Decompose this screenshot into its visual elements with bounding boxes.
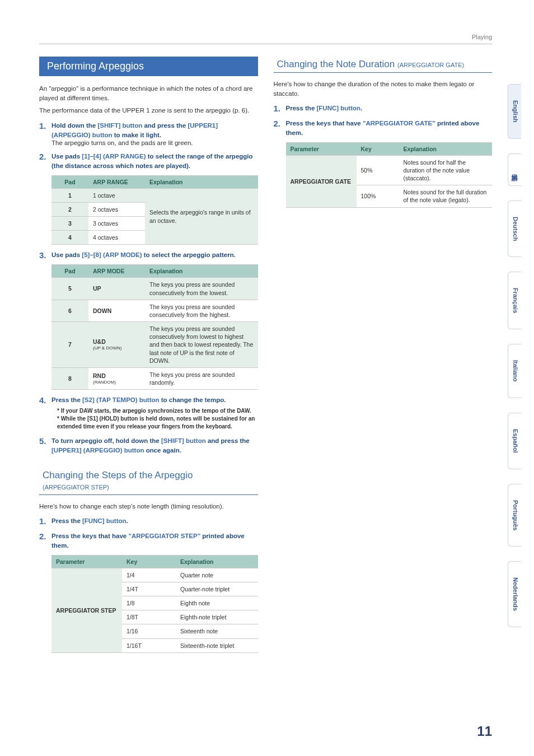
- step-2: 2 Press the keys that have "ARPEGGIATOR …: [39, 531, 258, 550]
- section-heading-arpeggios: Performing Arpeggios: [39, 57, 258, 76]
- step-5: 5 To turn arpeggio off, hold down the [S…: [39, 436, 258, 455]
- step-number: 3: [39, 250, 47, 260]
- right-column: Changing the Note Duration (ARPEGGIATOR …: [274, 57, 493, 657]
- lang-tab-deutsch[interactable]: Deutsch: [508, 200, 521, 257]
- step-1: 1 Press the [FUNC] button.: [274, 104, 493, 113]
- step-number: 2: [274, 119, 282, 137]
- body-text: Here's how to change the duration of the…: [274, 80, 493, 98]
- left-column: Performing Arpeggios An "arpeggio" is a …: [39, 57, 258, 657]
- body-text: Here's how to change each step's note le…: [39, 502, 258, 511]
- step-4: 4 Press the [S2] (TAP TEMPO) button to c…: [39, 395, 258, 405]
- step-2: 2 Press the keys that have "ARPEGGIATOR …: [274, 119, 493, 137]
- body-text: An "arpeggio" is a performance technique…: [39, 84, 258, 102]
- step-subtext: The arpeggio turns on, and the pads are …: [51, 139, 258, 146]
- arp-gate-table: Parameter Key Explanation ARPEGGIATOR GA…: [286, 142, 493, 208]
- step-number: 1: [39, 516, 47, 526]
- step-number: 2: [39, 531, 47, 550]
- footnote: If your DAW starts, the arpeggio synchro…: [57, 407, 258, 415]
- arp-range-table: Pad ARP RANGE Explanation 11 octaveSelec…: [51, 175, 258, 245]
- step-number: 1: [39, 121, 47, 146]
- lang-tab-espanol[interactable]: Español: [508, 413, 521, 469]
- lang-tab-italiano[interactable]: Italiano: [508, 344, 521, 398]
- page-number: 11: [477, 724, 492, 739]
- lang-tab-japanese[interactable]: 日本語: [508, 153, 521, 186]
- arp-mode-table: Pad ARP MODE Explanation 5UPThe keys you…: [51, 264, 258, 390]
- arp-step-table: Parameter Key Explanation ARPEGGIATOR ST…: [51, 555, 258, 653]
- step-2: 2 Use pads [1]–[4] (ARP RANGE) to select…: [39, 152, 258, 170]
- subsection-arp-gate: Changing the Note Duration (ARPEGGIATOR …: [274, 57, 493, 73]
- footnote: While the [S1] (HOLD) button is held dow…: [57, 415, 258, 431]
- lang-tab-english[interactable]: English: [508, 84, 521, 139]
- lang-tab-nederlands[interactable]: Nederlands: [508, 561, 521, 627]
- step-number: 5: [39, 436, 47, 455]
- step-1: 1 Hold down the [SHIFT] button and press…: [39, 121, 258, 146]
- lang-tab-francais[interactable]: Français: [508, 272, 521, 329]
- body-text: The performance data of the UPPER 1 zone…: [39, 106, 258, 115]
- step-1: 1 Press the [FUNC] button.: [39, 516, 258, 526]
- step-number: 1: [274, 104, 282, 113]
- language-tabs: English 日本語 Deutsch Français Italiano Es…: [508, 84, 521, 627]
- subsection-arp-step: Changing the Steps of the Arpeggio (ARPE…: [39, 468, 258, 495]
- lang-tab-portugues[interactable]: Português: [508, 484, 521, 547]
- step-3: 3 Use pads [5]–[8] (ARP MODE) to select …: [39, 250, 258, 260]
- step-number: 2: [39, 152, 47, 170]
- step-number: 4: [39, 395, 47, 405]
- running-head: Playing: [39, 34, 492, 44]
